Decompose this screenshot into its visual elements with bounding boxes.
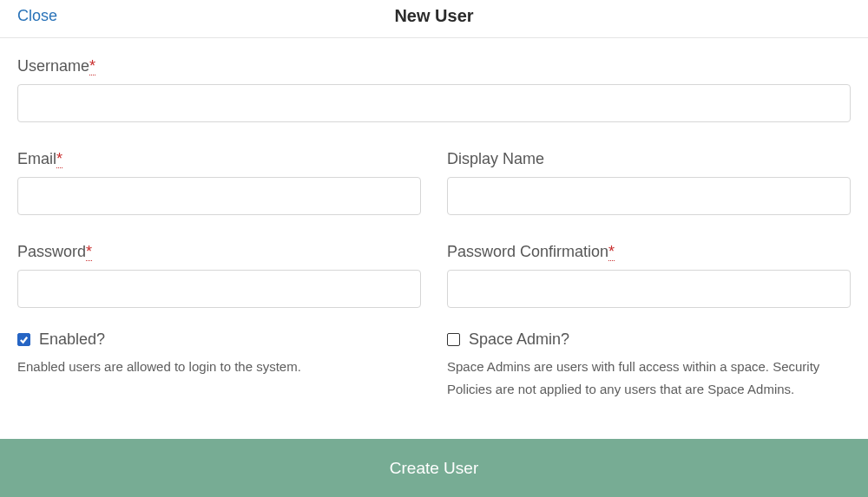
enabled-field-group: Enabled? Enabled users are allowed to lo… (17, 330, 421, 402)
enabled-checkbox[interactable] (17, 333, 30, 346)
display-name-input[interactable] (447, 177, 851, 215)
email-label: Email* (17, 150, 421, 168)
required-star: * (86, 243, 92, 261)
username-input[interactable] (17, 84, 851, 122)
space-admin-field-group: Space Admin? Space Admins are users with… (447, 330, 851, 402)
create-user-label: Create User (390, 459, 478, 478)
space-admin-label: Space Admin? (469, 330, 569, 349)
create-user-button[interactable]: Create User (0, 439, 868, 497)
required-star: * (56, 150, 62, 168)
password-input[interactable] (17, 270, 421, 308)
username-field-group: Username* (17, 57, 851, 122)
password-label: Password* (17, 243, 421, 261)
required-star: * (89, 57, 95, 75)
password-label-text: Password (17, 243, 86, 260)
email-field-group: Email* (17, 150, 421, 215)
new-user-form: Username* Email* Display Name Password* (0, 38, 868, 402)
password-confirmation-label-text: Password Confirmation (447, 243, 608, 260)
password-confirmation-field-group: Password Confirmation* (447, 243, 851, 308)
password-confirmation-input[interactable] (447, 270, 851, 308)
display-name-label: Display Name (447, 150, 851, 168)
check-icon (19, 335, 29, 344)
display-name-field-group: Display Name (447, 150, 851, 215)
password-confirmation-label: Password Confirmation* (447, 243, 851, 261)
username-label-text: Username (17, 57, 89, 75)
email-label-text: Email (17, 150, 56, 167)
enabled-help-text: Enabled users are allowed to login to th… (17, 356, 421, 378)
username-label: Username* (17, 57, 851, 75)
dialog-header: Close New User (0, 0, 868, 38)
display-name-label-text: Display Name (447, 150, 544, 167)
enabled-label: Enabled? (39, 330, 105, 349)
email-input[interactable] (17, 177, 421, 215)
required-star: * (608, 243, 615, 261)
dialog-title: New User (394, 6, 473, 26)
space-admin-help-text: Space Admins are users with full access … (447, 356, 851, 402)
password-field-group: Password* (17, 243, 421, 308)
close-button[interactable]: Close (17, 7, 57, 25)
space-admin-checkbox[interactable] (447, 333, 460, 346)
